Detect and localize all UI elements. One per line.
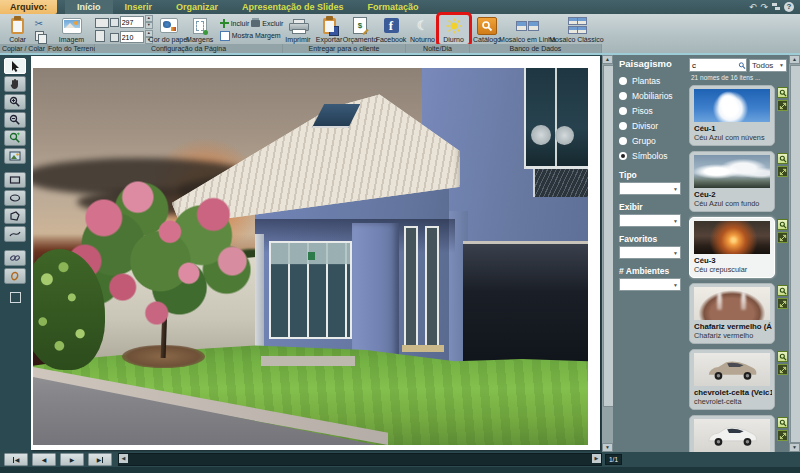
page-width-stepper[interactable]: ▲▼ [145,15,153,29]
scroll-left-icon[interactable]: ◀ [119,454,128,463]
scroll-down-icon[interactable]: ▼ [602,443,613,452]
scroll-thumb[interactable] [790,65,800,443]
zoom-in-tool[interactable] [4,94,26,110]
orientation-portrait-icon[interactable] [95,30,105,42]
radio-icon[interactable] [619,92,627,100]
radio-icon[interactable] [619,107,627,115]
library-search[interactable] [689,58,747,72]
page-height-field[interactable] [120,31,144,43]
budget-button[interactable]: $ Orçamento [345,15,375,44]
canvas-vertical-scrollbar[interactable]: ▲ ▼ [602,55,613,452]
preview-icon[interactable] [777,219,788,230]
canvas-horizontal-scrollbar[interactable]: ◀ ▶ [118,453,602,466]
landscape-render[interactable] [33,68,588,445]
search-input[interactable] [690,60,738,70]
scroll-up-icon[interactable]: ▲ [602,55,613,64]
orientation-landscape-icon[interactable] [95,18,109,28]
customize-icon[interactable] [772,3,780,11]
category-mobiliarios[interactable]: Mobiliarios [619,88,686,103]
day-mode-button[interactable]: Diurno [439,15,469,44]
paper-color-button[interactable]: Cor do papel [154,15,184,44]
radio-icon[interactable] [619,122,627,130]
tab-inserir[interactable]: Inserir [113,0,165,14]
item-chafariz[interactable]: Chafariz vermelho (Água-2) Chafariz verm… [689,283,775,344]
radio-selected-icon[interactable] [619,152,627,160]
preview-icon[interactable] [777,417,788,428]
tab-apresentacao[interactable]: Apresentação de Slides [230,0,356,14]
preview-icon[interactable] [777,153,788,164]
category-plantas[interactable]: Plantas [619,73,686,88]
print-button[interactable]: Imprimir [283,15,313,44]
margins-button[interactable]: Margens [185,15,215,44]
item-chevrolet-celta[interactable]: chevrolet-celta (Veic1) chevrolet-celta [689,349,775,410]
scroll-right-icon[interactable]: ▶ [592,454,601,463]
radio-icon[interactable] [619,137,627,145]
next-page-button[interactable]: ▶ [60,453,84,466]
swatch-box[interactable] [10,292,21,303]
scale-icon[interactable] [777,364,788,375]
cut-icon[interactable]: ✂ [35,19,45,29]
zoom-fit-tool[interactable] [4,130,26,146]
redo-icon[interactable]: ↷ [760,2,768,12]
show-margin-toggle[interactable]: Mostra Margem [220,31,281,41]
category-simbolos[interactable]: Símbolos [619,148,686,163]
scale-icon[interactable] [777,298,788,309]
tab-organizar[interactable]: Organizar [164,0,230,14]
scale-icon[interactable] [777,100,788,111]
filter-exibir-dropdown[interactable]: ▼ [619,214,681,227]
image-button[interactable]: Imagem [57,15,87,44]
export-button[interactable]: Exportar [314,15,344,44]
zoom-out-tool[interactable] [4,112,26,128]
filter-ambientes-dropdown[interactable]: ▼ [619,278,681,291]
item-ceu-1[interactable]: Céu-1 Céu Azul com núvens [689,85,775,146]
scale-icon[interactable] [777,232,788,243]
undo-icon[interactable]: ↶ [749,2,757,12]
item-ceu-2[interactable]: Céu-2 Céu Azul com fundo [689,151,775,212]
night-mode-button[interactable]: ☾ Noturno [408,15,438,44]
scale-icon[interactable] [777,430,788,441]
rectangle-tool[interactable] [4,172,26,188]
ellipse-tool[interactable] [4,190,26,206]
tab-inicio[interactable]: Início [65,0,113,14]
help-icon[interactable]: ? [784,2,794,12]
filter-favoritos-dropdown[interactable]: ▼ [619,246,681,259]
pan-tool[interactable] [4,76,26,92]
scope-dropdown[interactable]: Todos ▼ [749,59,787,72]
preview-icon[interactable] [777,351,788,362]
file-menu-button[interactable]: Arquivo: [0,0,57,14]
document-page[interactable] [31,56,600,450]
facebook-button[interactable]: f Facebook [376,15,406,44]
preview-icon[interactable] [777,285,788,296]
copy-icon[interactable] [35,31,45,41]
catalog-button[interactable]: Catálogo [472,15,502,44]
insert-image-tool[interactable] [4,148,26,164]
category-divisor[interactable]: Divisor [619,118,686,133]
mosaic-line-button[interactable]: Mosaico em Linha [503,15,552,44]
item-ceu-3-selected[interactable]: Céu-3 Céu crepuscular [689,217,775,278]
exclude-button[interactable]: Excluir [251,20,283,27]
preview-icon[interactable] [777,87,788,98]
page-width-field[interactable] [120,16,144,28]
polygon-tool[interactable] [4,208,26,224]
tab-formatacao[interactable]: Formatação [356,0,431,14]
curve-tool[interactable] [4,226,26,242]
panel-vertical-scrollbar[interactable]: ▲ ▼ [789,55,800,452]
item-chevrolet-onix[interactable]: chevrolet-onix (Veic2) chevrolet-onix [689,415,775,452]
last-page-button[interactable]: ▶ [88,453,112,466]
first-page-button[interactable]: ◀ [4,453,28,466]
radio-icon[interactable] [619,77,627,85]
scroll-up-icon[interactable]: ▲ [789,55,800,64]
scroll-down-icon[interactable]: ▼ [789,443,800,452]
scale-icon[interactable] [777,166,788,177]
previous-page-button[interactable]: ◀ [32,453,56,466]
select-tool[interactable] [4,58,26,74]
category-pisos[interactable]: Pisos [619,103,686,118]
filter-tipo-dropdown[interactable]: ▼ [619,182,681,195]
attach-tool[interactable] [4,268,26,284]
paste-button[interactable]: Colar [3,15,33,44]
category-grupo[interactable]: Grupo [619,133,686,148]
link-tool[interactable] [4,250,26,266]
include-button[interactable]: Incluir [220,19,250,28]
checkbox-icon[interactable] [220,31,230,41]
mosaic-classic-button[interactable]: Mosaico Clássico [553,15,600,44]
